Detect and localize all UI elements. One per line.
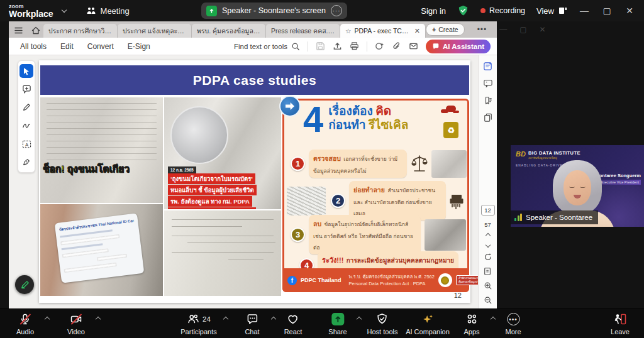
acrobat-restore-button[interactable]: ▢ — [519, 25, 526, 34]
audio-label: Audio — [16, 328, 34, 335]
pdf-tab-active[interactable]: ☆ PDPA - exec TCG Aug2... ✕ — [340, 24, 426, 38]
news-headline: ช็อก! ถุงขนมโตเกียว — [43, 161, 130, 177]
sign-tool-button[interactable] — [19, 155, 33, 169]
ai-companion-button[interactable]: AI Companion — [406, 313, 450, 335]
page-number-input[interactable]: 12 — [481, 205, 495, 215]
leave-button[interactable]: Leave — [611, 313, 630, 335]
pdf-tab-2[interactable]: ประกาศ แจ้งเหตุละเมิด.pdf — [118, 24, 192, 38]
annotate-pencil-icon — [20, 280, 30, 290]
pdf-tab-1[interactable]: ประกาศ การศึกษาวิจัย.pdf — [43, 24, 118, 38]
share-label: Share — [328, 328, 347, 335]
page-total: 57 — [484, 221, 491, 228]
pages-panel-icon[interactable] — [484, 113, 492, 123]
bookmarks-panel-icon[interactable] — [484, 96, 492, 105]
print-icon[interactable] — [350, 41, 359, 51]
right-panel-rail: 12 57 — [478, 55, 497, 308]
law-line-2: Personal Data Protection Act : PDPA — [349, 281, 426, 286]
draw-tool-button[interactable] — [19, 119, 33, 133]
star-icon[interactable]: ☆ — [345, 27, 351, 35]
infographic-header: 4 เรื่องต้อง คิด ก่อนทำ รีไซเคิล — [303, 102, 408, 136]
select-tool-button[interactable] — [19, 64, 33, 78]
zoom-out-icon[interactable] — [484, 296, 492, 305]
participants-label: Participants — [180, 328, 216, 335]
tab-meeting[interactable]: Meeting — [86, 6, 130, 16]
audio-button[interactable]: Audio — [16, 313, 34, 335]
menu-edit[interactable]: Edit — [60, 42, 74, 51]
title-part: คิด — [375, 104, 391, 117]
item-lead: ตรวจสอบ — [313, 155, 341, 162]
host-tools-button[interactable]: Host tools — [367, 313, 398, 335]
more-button[interactable]: ••• More — [505, 313, 521, 335]
comments-panel-icon[interactable] — [483, 79, 493, 88]
speaker-video-thumbnail[interactable]: BD BIG DATA INSTITUTE สถาบันข้อมูลขนาดให… — [511, 145, 644, 227]
stamp-add-icon[interactable] — [375, 41, 384, 51]
tab-label: ประกาศ การศึกษาวิจัย.pdf — [48, 26, 112, 36]
react-button[interactable]: React — [284, 313, 303, 335]
plus-icon: + — [432, 26, 436, 33]
share-options-chevron[interactable] — [357, 317, 362, 322]
next-page-icon[interactable] — [485, 243, 490, 248]
infographic-footer: f PDPC Thailand พ.ร.บ. คุ้มครองข้อมูลส่ว… — [282, 268, 469, 292]
apps-options-chevron[interactable] — [491, 317, 496, 322]
acrobat-close-button[interactable]: ✕ — [540, 25, 546, 34]
zoom-workplace-window: zoom Workplace Meeting Speaker - Soontar… — [0, 0, 644, 338]
participants-options-chevron[interactable] — [223, 317, 228, 322]
menu-esign[interactable]: E-Sign — [128, 42, 150, 51]
home-icon[interactable] — [31, 26, 40, 35]
video-button[interactable]: Video — [67, 313, 85, 335]
active-speaker-label: Speaker - Soontaree — [511, 210, 598, 224]
comment-tool-button[interactable] — [19, 82, 33, 96]
annotate-fab-button[interactable] — [15, 275, 34, 294]
highlight-tool-button[interactable] — [19, 101, 33, 114]
create-button[interactable]: +Create — [426, 23, 465, 36]
text-box-tool-button[interactable]: A — [19, 137, 33, 151]
pill-more-icon[interactable]: ··· — [331, 5, 342, 16]
chevron-down-icon[interactable] — [61, 7, 66, 12]
tab-label: พรบ. คุ้มครองข้อมูลส่วนบุคคล 2... — [197, 26, 260, 36]
video-label: Video — [67, 328, 85, 335]
pencil-icon — [22, 103, 31, 112]
recording-indicator: Recording — [480, 6, 525, 15]
zoom-workplace-logo[interactable]: zoom Workplace — [9, 4, 53, 18]
divider — [308, 41, 308, 52]
minimize-button[interactable]: — — [579, 6, 590, 16]
apps-button[interactable]: Apps — [464, 313, 479, 335]
shared-screen-pill[interactable]: Speaker - Soontaree's screen ··· — [201, 3, 347, 19]
chat-label: Chat — [245, 328, 259, 335]
video-options-chevron[interactable] — [96, 317, 101, 322]
find-text-button[interactable]: Find text or tools — [234, 42, 300, 51]
menu-hamburger-icon[interactable] — [14, 27, 23, 34]
participants-button[interactable]: 24 Participants — [180, 313, 216, 335]
tab-close-icon[interactable]: ✕ — [414, 27, 420, 35]
chat-button[interactable]: Chat — [245, 313, 259, 335]
photo-mobile-phone — [425, 219, 466, 251]
ai-assistant-button[interactable]: AI Assistant — [426, 40, 491, 53]
security-shield-icon[interactable] — [457, 4, 469, 17]
save-icon[interactable] — [316, 41, 325, 51]
menu-convert[interactable]: Convert — [87, 42, 114, 51]
previous-page-icon[interactable] — [485, 233, 490, 238]
sign-in-button[interactable]: Sign in — [421, 6, 446, 16]
pdf-tab-4[interactable]: Press release คคส.คุมเข้มกัน... — [266, 24, 340, 38]
pdf-tab-3[interactable]: พรบ. คุ้มครองข้อมูลส่วนบุคคล 2... — [192, 24, 266, 38]
caption-line: ละเมิดสิทธิโทษปรับหลักล้านบาท — [168, 207, 256, 209]
acrobat-minimize-button[interactable]: — — [499, 25, 507, 34]
ai-summary-icon[interactable] — [483, 62, 492, 71]
maximize-button[interactable]: ▢ — [601, 6, 613, 16]
acrobat-more-icon[interactable]: ••• — [477, 25, 487, 34]
fit-page-icon[interactable] — [484, 267, 492, 276]
view-button[interactable]: View — [536, 6, 567, 16]
audio-level-icon — [514, 214, 522, 221]
audio-options-chevron[interactable] — [45, 317, 50, 322]
email-icon[interactable] — [409, 41, 418, 51]
share-upload-icon[interactable] — [333, 41, 342, 51]
share-button[interactable]: Share — [328, 313, 347, 335]
close-button[interactable]: ✕ — [624, 6, 635, 16]
menu-all-tools[interactable]: All tools — [20, 42, 47, 51]
zoom-in-icon[interactable] — [484, 281, 492, 290]
find-label: Find text or tools — [234, 43, 287, 50]
rotate-page-icon[interactable] — [484, 253, 492, 261]
attachment-icon[interactable] — [392, 41, 401, 51]
chat-options-chevron[interactable] — [271, 317, 276, 322]
infographic-item-3: 3 ลบ ข้อมูลในอุปกรณ์จัดเก็บอิเล็กทรอนิกส… — [291, 215, 468, 254]
